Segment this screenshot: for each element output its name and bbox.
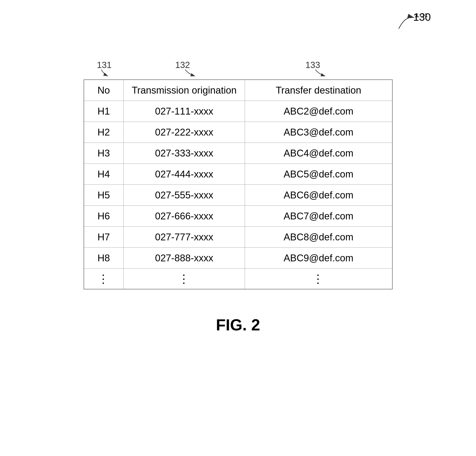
header-no: No [84, 80, 124, 101]
col-ref-133: 133 [262, 62, 393, 77]
cell-no: H8 [84, 248, 124, 269]
cell-no: H6 [84, 206, 124, 227]
cell-no: H4 [84, 164, 124, 185]
cell-destination: ABC8@def.com [245, 227, 392, 248]
svg-text:133: 133 [306, 62, 320, 70]
page-container: 130 130 131 132 [0, 0, 476, 456]
cell-dots: ⋮ [124, 269, 245, 289]
col-ref-131: 131 [84, 62, 132, 77]
cell-transmission: 027-222-xxxx [124, 122, 245, 143]
cell-destination: ABC9@def.com [245, 248, 392, 269]
data-table: No Transmission origination Transfer des… [84, 79, 393, 289]
table-row: H2027-222-xxxxABC3@def.com [84, 122, 392, 143]
table-row: H8027-888-xxxxABC9@def.com [84, 248, 392, 269]
cell-no: H5 [84, 185, 124, 206]
main-content: 131 132 [84, 62, 393, 289]
cell-transmission: 027-888-xxxx [124, 248, 245, 269]
svg-text:131: 131 [97, 62, 112, 70]
header-destination: Transfer destination [245, 80, 392, 101]
cell-no: H2 [84, 122, 124, 143]
col-ref-132: 132 [132, 62, 262, 77]
figure-caption: FIG. 2 [216, 316, 260, 334]
cell-destination: ABC5@def.com [245, 164, 392, 185]
cell-transmission: 027-777-xxxx [124, 227, 245, 248]
svg-text:132: 132 [175, 62, 190, 70]
cell-no: H3 [84, 143, 124, 164]
table-row: H6027-666-xxxxABC7@def.com [84, 206, 392, 227]
cell-destination: ABC6@def.com [245, 185, 392, 206]
figure-ref-130: 130 130 [392, 13, 427, 34]
cell-no: H7 [84, 227, 124, 248]
cell-destination: ABC3@def.com [245, 122, 392, 143]
cell-transmission: 027-444-xxxx [124, 164, 245, 185]
column-labels: 131 132 [84, 62, 393, 77]
ref-130-label: 130 [413, 11, 431, 23]
table-row: H1027-111-xxxxABC2@def.com [84, 101, 392, 122]
cell-transmission: 027-555-xxxx [124, 185, 245, 206]
cell-transmission: 027-666-xxxx [124, 206, 245, 227]
table-row: H4027-444-xxxxABC5@def.com [84, 164, 392, 185]
cell-destination: ABC4@def.com [245, 143, 392, 164]
table-row: H7027-777-xxxxABC8@def.com [84, 227, 392, 248]
table-row: H5027-555-xxxxABC6@def.com [84, 185, 392, 206]
cell-transmission: 027-111-xxxx [124, 101, 245, 122]
cell-dots: ⋮ [245, 269, 392, 289]
cell-dots: ⋮ [84, 269, 124, 289]
cell-transmission: 027-333-xxxx [124, 143, 245, 164]
cell-no: H1 [84, 101, 124, 122]
table-row: H3027-333-xxxxABC4@def.com [84, 143, 392, 164]
cell-destination: ABC7@def.com [245, 206, 392, 227]
header-transmission: Transmission origination [124, 80, 245, 101]
table-header-row: No Transmission origination Transfer des… [84, 80, 392, 101]
table-dots-row: ⋮⋮⋮ [84, 269, 392, 289]
cell-destination: ABC2@def.com [245, 101, 392, 122]
